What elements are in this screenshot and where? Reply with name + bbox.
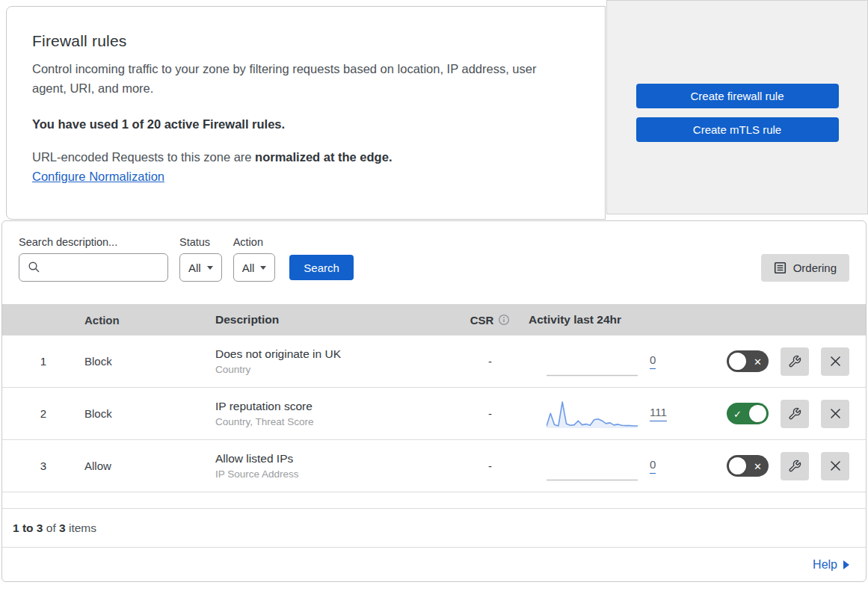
rule-priority: 2 xyxy=(2,407,84,420)
rule-description-cell: Allow listed IPs IP Source Address xyxy=(215,452,455,480)
table-row: 1 Block Does not originate in UK Country… xyxy=(2,335,866,388)
normalization-bold-text: normalized at the edge. xyxy=(255,150,392,164)
delete-rule-button[interactable] xyxy=(821,400,849,428)
create-firewall-rule-button[interactable]: Create firewall rule xyxy=(636,84,839,108)
toggle-knob xyxy=(749,405,766,422)
rule-action: Block xyxy=(84,407,215,420)
rules-table-body: 1 Block Does not originate in UK Country… xyxy=(2,335,866,492)
pagination-range: 1 to 3 xyxy=(13,522,43,534)
activity-sparkline xyxy=(547,451,638,481)
create-mtls-rule-button[interactable]: Create mTLS rule xyxy=(636,117,839,142)
action-filter-group: Action All xyxy=(233,236,276,282)
search-label: Search description... xyxy=(19,236,168,248)
wrench-icon xyxy=(788,407,801,421)
rule-description-cell: Does not originate in UK Country xyxy=(215,347,455,375)
pagination-summary: 1 to 3 of 3 items xyxy=(2,509,866,547)
status-filter-group: Status All xyxy=(179,236,222,282)
rule-description: Does not originate in UK xyxy=(215,347,455,361)
rule-enabled-toggle[interactable]: ✕ xyxy=(727,455,769,477)
arrow-right-icon xyxy=(843,560,849,569)
rule-csr-value: - xyxy=(455,460,526,472)
info-icon[interactable] xyxy=(498,314,510,326)
rule-description: Allow listed IPs xyxy=(215,452,455,465)
rule-activity-cell: 0 xyxy=(526,347,716,377)
pagination-of: of xyxy=(43,522,59,534)
actions-panel: Create firewall rule Create mTLS rule xyxy=(606,0,868,214)
column-header-action: Action xyxy=(84,314,215,327)
edit-rule-button[interactable] xyxy=(781,452,809,480)
rule-csr-value: - xyxy=(455,355,526,368)
rule-action: Block xyxy=(84,355,215,368)
search-filter-group: Search description... xyxy=(19,236,168,282)
search-input[interactable] xyxy=(19,253,168,282)
activity-sparkline xyxy=(547,347,638,377)
rule-fields: Country, Threat Score xyxy=(215,416,455,427)
rule-priority: 1 xyxy=(2,355,84,368)
top-section: Firewall rules Control incoming traffic … xyxy=(0,0,868,220)
table-row: 2 Block IP reputation score Country, Thr… xyxy=(2,388,866,440)
edit-rule-button[interactable] xyxy=(781,400,809,428)
x-icon xyxy=(829,407,842,420)
table-header-row: Action Description CSR Activity last 24h… xyxy=(2,304,866,335)
page-title: Firewall rules xyxy=(32,32,575,50)
toggle-knob xyxy=(729,457,746,474)
help-row: Help xyxy=(2,547,866,581)
pagination-items: items xyxy=(66,522,96,534)
edit-rule-button[interactable] xyxy=(781,347,809,376)
delete-rule-button[interactable] xyxy=(821,452,849,480)
activity-sparkline xyxy=(547,399,638,429)
activity-count-link[interactable]: 0 xyxy=(650,458,656,474)
column-header-description: Description xyxy=(215,313,455,327)
rule-activity-cell: 111 xyxy=(526,399,716,429)
ordering-button-label: Ordering xyxy=(793,262,837,274)
column-header-activity: Activity last 24hr xyxy=(526,313,716,327)
rule-description: IP reputation score xyxy=(215,400,455,413)
rule-fields: Country xyxy=(215,364,455,375)
rule-action: Allow xyxy=(84,460,215,472)
normalization-text: URL-encoded Requests to this zone are xyxy=(32,150,255,164)
ordering-button[interactable]: Ordering xyxy=(761,254,849,282)
pagination-total: 3 xyxy=(59,522,66,534)
rule-enabled-toggle[interactable]: ✕ xyxy=(727,350,769,372)
rule-priority: 3 xyxy=(2,460,84,472)
search-icon xyxy=(28,261,40,273)
action-filter-label: Action xyxy=(233,236,276,248)
search-button[interactable]: Search xyxy=(289,255,354,280)
rule-description-cell: IP reputation score Country, Threat Scor… xyxy=(215,400,455,427)
normalization-note: URL-encoded Requests to this zone are no… xyxy=(32,150,575,164)
intro-card: Firewall rules Control incoming traffic … xyxy=(6,6,606,220)
table-spacer xyxy=(2,492,866,509)
chevron-down-icon xyxy=(260,266,266,270)
activity-count-link[interactable]: 111 xyxy=(650,406,667,421)
ordering-list-icon xyxy=(774,262,787,274)
table-row: 3 Allow Allow listed IPs IP Source Addre… xyxy=(2,440,866,492)
x-icon xyxy=(829,460,842,472)
column-header-csr: CSR xyxy=(455,314,526,327)
wrench-icon xyxy=(788,460,801,473)
rule-enabled-toggle[interactable]: ✓ xyxy=(727,403,769,424)
rule-controls: ✓ xyxy=(716,400,866,428)
csr-header-label: CSR xyxy=(470,314,494,327)
status-filter-label: Status xyxy=(179,236,222,248)
rule-controls: ✕ xyxy=(716,347,866,376)
rule-csr-value: - xyxy=(455,407,526,420)
rules-table: Action Description CSR Activity last 24h… xyxy=(2,304,866,492)
page-description: Control incoming traffic to your zone by… xyxy=(32,60,570,98)
activity-count-link[interactable]: 0 xyxy=(650,353,656,369)
action-filter-dropdown[interactable]: All xyxy=(233,253,276,282)
status-filter-value: All xyxy=(188,262,201,274)
status-filter-dropdown[interactable]: All xyxy=(179,253,222,282)
help-link-label: Help xyxy=(813,558,837,572)
toggle-state-icon: ✕ xyxy=(754,356,762,366)
toggle-state-icon: ✕ xyxy=(754,461,762,471)
rule-activity-cell: 0 xyxy=(526,451,716,481)
rules-card: Search description... Status All Action … xyxy=(1,220,867,582)
filter-bar: Search description... Status All Action … xyxy=(2,221,866,304)
delete-rule-button[interactable] xyxy=(821,347,849,376)
help-link[interactable]: Help xyxy=(813,558,849,572)
x-icon xyxy=(829,355,842,368)
search-box xyxy=(19,253,168,282)
configure-normalization-link[interactable]: Configure Normalization xyxy=(32,170,164,184)
action-filter-value: All xyxy=(242,262,255,274)
chevron-down-icon xyxy=(207,266,213,270)
